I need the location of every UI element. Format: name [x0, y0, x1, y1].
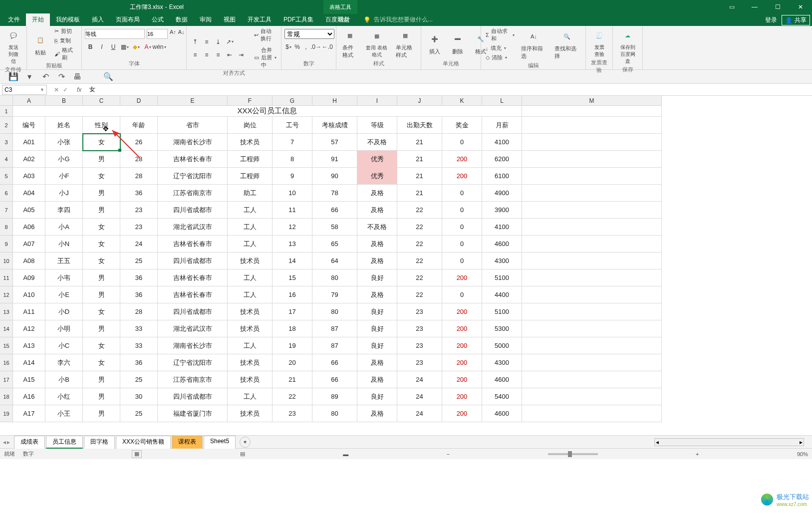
cell[interactable]: A03 — [13, 168, 45, 185]
cell[interactable]: A16 — [13, 388, 45, 405]
row-header[interactable]: 19 — [0, 405, 13, 422]
cell[interactable]: 小N — [45, 236, 83, 253]
col-header[interactable]: C — [83, 96, 120, 106]
new-sheet-button[interactable]: + — [240, 437, 251, 448]
row-header[interactable]: 1 — [0, 106, 13, 117]
comma-icon[interactable]: , — [302, 42, 310, 52]
cell[interactable]: 及格 — [357, 202, 397, 219]
cell[interactable]: 湖南省长沙市 — [158, 337, 228, 354]
tab-文件[interactable]: 文件 — [2, 13, 26, 26]
clear-button[interactable]: ◇清除 — [484, 53, 516, 62]
cell[interactable]: 18 — [272, 320, 312, 337]
cut-button[interactable]: ✂剪切 — [53, 27, 78, 35]
cell[interactable]: 80 — [312, 405, 357, 422]
sheet-nav-last-icon[interactable]: ▸ — [7, 439, 10, 446]
cell[interactable]: 不及格 — [357, 219, 397, 236]
cell[interactable]: 200 — [442, 168, 482, 185]
cell[interactable]: 良好 — [357, 388, 397, 405]
cell[interactable]: 小B — [45, 371, 83, 388]
cell[interactable]: 25 — [120, 371, 158, 388]
cell[interactable]: 男 — [83, 405, 120, 422]
cell[interactable]: 江苏省南京市 — [158, 371, 228, 388]
cell[interactable]: 22 — [397, 253, 442, 269]
cell[interactable]: 21 — [397, 185, 442, 202]
row-header[interactable]: 6 — [0, 185, 13, 202]
cell[interactable]: 工程师 — [228, 168, 272, 185]
cell[interactable]: 66 — [312, 354, 357, 371]
bold-button[interactable]: B — [85, 42, 96, 52]
cell[interactable]: 87 — [312, 337, 357, 354]
cell[interactable]: 91 — [312, 151, 357, 168]
zoom-in-icon[interactable]: + — [696, 451, 699, 457]
cell[interactable]: 17 — [272, 303, 312, 320]
cell[interactable]: 23 — [120, 202, 158, 219]
cell[interactable]: 0 — [442, 236, 482, 253]
cell[interactable]: 四川省成都市 — [158, 253, 228, 269]
align-center-icon[interactable]: ≡ — [201, 50, 212, 60]
font-name-select[interactable] — [85, 29, 145, 39]
align-bottom-icon[interactable]: ⤓ — [213, 37, 224, 47]
cell[interactable]: 25 — [120, 253, 158, 269]
cell[interactable]: 24 — [120, 236, 158, 253]
cell[interactable]: 22 — [397, 236, 442, 253]
cell[interactable]: 技术员 — [228, 134, 272, 151]
select-all-corner[interactable] — [0, 96, 13, 106]
col-header[interactable]: L — [482, 96, 522, 106]
fill-button[interactable]: ↓填充 — [484, 44, 516, 52]
cell[interactable]: 优秀 — [357, 168, 397, 185]
row-header[interactable]: 13 — [0, 303, 13, 320]
cell[interactable]: 5100 — [482, 269, 522, 286]
cell[interactable]: 女 — [83, 354, 120, 371]
cell[interactable]: 11 — [272, 202, 312, 219]
cell[interactable]: 25 — [120, 405, 158, 422]
cell[interactable]: 优秀 — [357, 151, 397, 168]
cell[interactable]: 4300 — [482, 354, 522, 371]
cell[interactable]: A11 — [13, 303, 45, 320]
row-header[interactable]: 11 — [0, 269, 13, 286]
cell[interactable]: 及格 — [357, 185, 397, 202]
cell[interactable]: 及格 — [357, 405, 397, 422]
cell[interactable]: 7 — [272, 134, 312, 151]
indent-inc-icon[interactable]: ⇥ — [236, 50, 247, 60]
cell[interactable]: 等级 — [357, 117, 397, 134]
row-header[interactable]: 7 — [0, 202, 13, 219]
cell[interactable]: 5000 — [482, 337, 522, 354]
cell[interactable]: 65 — [312, 236, 357, 253]
cell[interactable]: 23 — [272, 405, 312, 422]
cell[interactable]: 5100 — [482, 303, 522, 320]
cell[interactable]: 200 — [442, 354, 482, 371]
cell[interactable]: 0 — [442, 202, 482, 219]
cell[interactable] — [522, 337, 662, 354]
italic-button[interactable]: I — [96, 42, 107, 52]
cell[interactable]: 33 — [120, 337, 158, 354]
cell[interactable]: 男 — [83, 388, 120, 405]
cancel-icon[interactable]: ✕ — [54, 86, 59, 93]
cell[interactable]: 200 — [442, 371, 482, 388]
cell[interactable]: 王五 — [45, 253, 83, 269]
cell[interactable]: A15 — [13, 371, 45, 388]
cell[interactable]: 不及格 — [357, 134, 397, 151]
row-header[interactable]: 17 — [0, 371, 13, 388]
cell[interactable]: 24 — [397, 371, 442, 388]
cell[interactable]: 22 — [272, 388, 312, 405]
cell[interactable]: 22 — [397, 286, 442, 303]
tell-me[interactable]: 💡 告诉我您想要做什么... — [359, 13, 437, 26]
merge-center-button[interactable]: ▭合并后居中 — [253, 46, 278, 69]
cell[interactable]: A14 — [13, 354, 45, 371]
page-layout-icon[interactable]: ▤ — [240, 451, 245, 457]
align-middle-icon[interactable]: ≡ — [201, 37, 212, 47]
cell[interactable]: 0 — [442, 253, 482, 269]
cell[interactable]: 66 — [312, 202, 357, 219]
row-header[interactable]: 8 — [0, 219, 13, 236]
cell[interactable]: 技术员 — [228, 405, 272, 422]
cell[interactable]: 36 — [120, 185, 158, 202]
cell[interactable]: 小G — [45, 151, 83, 168]
cell[interactable] — [522, 106, 662, 117]
tab-视图[interactable]: 视图 — [218, 13, 242, 26]
col-header[interactable]: J — [397, 96, 442, 106]
cell[interactable]: 李六 — [45, 354, 83, 371]
cell[interactable]: 78 — [312, 185, 357, 202]
cell[interactable]: 20 — [272, 354, 312, 371]
fill-color-button[interactable]: ◆ — [131, 42, 142, 52]
row-header[interactable]: 14 — [0, 320, 13, 337]
